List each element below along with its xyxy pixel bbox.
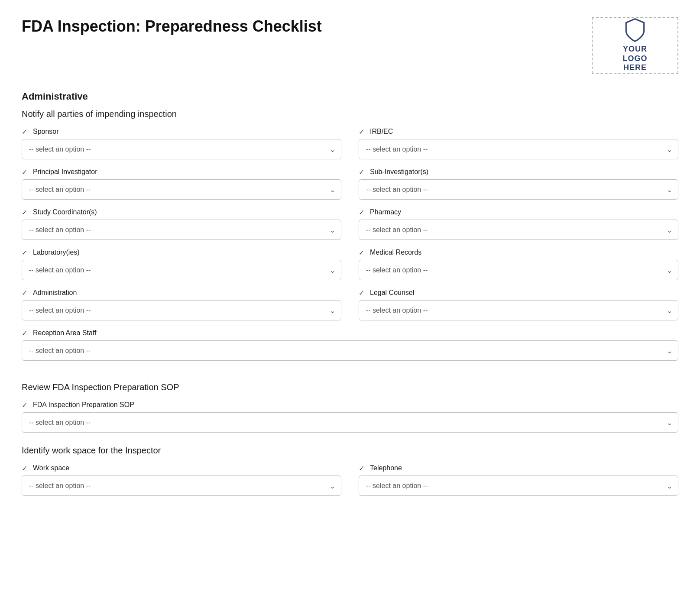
- field-label-principal-investigator: ✓ Principal Investigator: [22, 168, 341, 176]
- label-pharmacy: Pharmacy: [370, 208, 401, 216]
- chevron-down-icon-tel: ✓: [359, 464, 366, 472]
- header: FDA Inspection: Preparedness Checklist Y…: [22, 17, 678, 74]
- field-label-medical-records: ✓ Medical Records: [359, 249, 678, 256]
- notify-fields-grid: ✓ Sponsor -- select an option -- ⌄ ✓ IRB…: [22, 128, 678, 369]
- chevron-down-icon-sc: ✓: [22, 208, 29, 216]
- select-wrapper-work-space: -- select an option -- ⌄: [22, 475, 341, 496]
- select-wrapper-telephone: -- select an option -- ⌄: [359, 475, 678, 496]
- select-wrapper-laboratory: -- select an option -- ⌄: [22, 260, 341, 280]
- label-laboratory: Laboratory(ies): [33, 249, 80, 256]
- shield-icon: [623, 18, 647, 42]
- select-irb-ec[interactable]: -- select an option --: [359, 139, 678, 159]
- chevron-down-icon-ws: ✓: [22, 464, 29, 472]
- subsection-title-notify: Notify all parties of impending inspecti…: [22, 109, 678, 119]
- chevron-down-icon-sop: ✓: [22, 401, 29, 409]
- chevron-down-icon-lab: ✓: [22, 249, 29, 256]
- select-medical-records[interactable]: -- select an option --: [359, 260, 678, 280]
- select-laboratory[interactable]: -- select an option --: [22, 260, 341, 280]
- field-group-telephone: ✓ Telephone -- select an option -- ⌄: [359, 464, 678, 496]
- select-wrapper-reception-area-staff: -- select an option -- ⌄: [22, 340, 678, 361]
- select-study-coordinator[interactable]: -- select an option --: [22, 220, 341, 240]
- field-group-reception-area-staff: ✓ Reception Area Staff -- select an opti…: [22, 329, 678, 361]
- field-group-administration: ✓ Administration -- select an option -- …: [22, 289, 341, 320]
- select-wrapper-principal-investigator: -- select an option -- ⌄: [22, 179, 341, 200]
- field-label-study-coordinator: ✓ Study Coordinator(s): [22, 208, 341, 216]
- select-wrapper-pharmacy: -- select an option -- ⌄: [359, 220, 678, 240]
- chevron-down-icon-pi: ✓: [22, 168, 29, 176]
- select-sponsor[interactable]: -- select an option --: [22, 139, 341, 159]
- select-wrapper-study-coordinator: -- select an option -- ⌄: [22, 220, 341, 240]
- chevron-down-icon-sponsor: ✓: [22, 128, 29, 136]
- field-label-sponsor: ✓ Sponsor: [22, 128, 341, 136]
- label-study-coordinator: Study Coordinator(s): [33, 208, 97, 216]
- field-group-principal-investigator: ✓ Principal Investigator -- select an op…: [22, 168, 341, 200]
- select-wrapper-irb-ec: -- select an option -- ⌄: [359, 139, 678, 159]
- section-title-administrative: Administrative: [22, 91, 678, 102]
- field-label-administration: ✓ Administration: [22, 289, 341, 297]
- select-wrapper-administration: -- select an option -- ⌄: [22, 300, 341, 320]
- field-label-irb-ec: ✓ IRB/EC: [359, 128, 678, 136]
- field-group-fda-sop: ✓ FDA Inspection Preparation SOP -- sele…: [22, 401, 678, 433]
- logo-text: YOURLOGOHERE: [623, 45, 648, 73]
- field-label-pharmacy: ✓ Pharmacy: [359, 208, 678, 216]
- label-work-space: Work space: [33, 464, 69, 472]
- administrative-section: Administrative Notify all parties of imp…: [22, 91, 678, 504]
- field-label-laboratory: ✓ Laboratory(ies): [22, 249, 341, 256]
- field-group-study-coordinator: ✓ Study Coordinator(s) -- select an opti…: [22, 208, 341, 240]
- select-reception-area-staff[interactable]: -- select an option --: [22, 340, 678, 361]
- subsection-title-review-sop: Review FDA Inspection Preparation SOP: [22, 382, 678, 392]
- chevron-down-icon-lc: ✓: [359, 289, 366, 297]
- label-administration: Administration: [33, 289, 77, 297]
- label-principal-investigator: Principal Investigator: [33, 168, 97, 176]
- chevron-down-icon-irb-ec: ✓: [359, 128, 366, 136]
- workspace-fields-grid: ✓ Work space -- select an option -- ⌄ ✓ …: [22, 464, 678, 504]
- subsection-title-identify-workspace: Identify work space for the Inspector: [22, 446, 678, 456]
- subsection-review-sop: Review FDA Inspection Preparation SOP ✓ …: [22, 382, 678, 433]
- field-group-work-space: ✓ Work space -- select an option -- ⌄: [22, 464, 341, 496]
- select-legal-counsel[interactable]: -- select an option --: [359, 300, 678, 320]
- field-label-work-space: ✓ Work space: [22, 464, 341, 472]
- field-label-telephone: ✓ Telephone: [359, 464, 678, 472]
- field-group-sub-investigator: ✓ Sub-Investigator(s) -- select an optio…: [359, 168, 678, 200]
- label-fda-sop: FDA Inspection Preparation SOP: [33, 401, 134, 409]
- field-group-medical-records: ✓ Medical Records -- select an option --…: [359, 249, 678, 280]
- chevron-down-icon-ras: ✓: [22, 329, 29, 337]
- page-title: FDA Inspection: Preparedness Checklist: [22, 17, 322, 36]
- label-sponsor: Sponsor: [33, 128, 59, 136]
- label-legal-counsel: Legal Counsel: [370, 289, 414, 297]
- select-principal-investigator[interactable]: -- select an option --: [22, 179, 341, 200]
- select-telephone[interactable]: -- select an option --: [359, 475, 678, 496]
- label-telephone: Telephone: [370, 464, 402, 472]
- select-wrapper-legal-counsel: -- select an option -- ⌄: [359, 300, 678, 320]
- field-label-fda-sop: ✓ FDA Inspection Preparation SOP: [22, 401, 678, 409]
- field-group-sponsor: ✓ Sponsor -- select an option -- ⌄: [22, 128, 341, 159]
- field-group-irb-ec: ✓ IRB/EC -- select an option -- ⌄: [359, 128, 678, 159]
- chevron-down-icon-mr: ✓: [359, 249, 366, 256]
- label-sub-investigator: Sub-Investigator(s): [370, 168, 428, 176]
- chevron-down-icon-si: ✓: [359, 168, 366, 176]
- label-reception-area-staff: Reception Area Staff: [33, 329, 96, 337]
- select-work-space[interactable]: -- select an option --: [22, 475, 341, 496]
- field-group-pharmacy: ✓ Pharmacy -- select an option -- ⌄: [359, 208, 678, 240]
- subsection-identify-workspace: Identify work space for the Inspector ✓ …: [22, 446, 678, 504]
- field-group-laboratory: ✓ Laboratory(ies) -- select an option --…: [22, 249, 341, 280]
- label-medical-records: Medical Records: [370, 249, 421, 256]
- chevron-down-icon-pharmacy: ✓: [359, 208, 366, 216]
- field-label-sub-investigator: ✓ Sub-Investigator(s): [359, 168, 678, 176]
- label-irb-ec: IRB/EC: [370, 128, 393, 136]
- field-group-legal-counsel: ✓ Legal Counsel -- select an option -- ⌄: [359, 289, 678, 320]
- select-wrapper-sub-investigator: -- select an option -- ⌄: [359, 179, 678, 200]
- logo-placeholder: YOURLOGOHERE: [592, 17, 678, 74]
- select-wrapper-sponsor: -- select an option -- ⌄: [22, 139, 341, 159]
- select-sub-investigator[interactable]: -- select an option --: [359, 179, 678, 200]
- subsection-notify: Notify all parties of impending inspecti…: [22, 109, 678, 369]
- field-label-reception-area-staff: ✓ Reception Area Staff: [22, 329, 678, 337]
- select-wrapper-fda-sop: -- select an option -- ⌄: [22, 412, 678, 433]
- select-wrapper-medical-records: -- select an option -- ⌄: [359, 260, 678, 280]
- select-administration[interactable]: -- select an option --: [22, 300, 341, 320]
- select-fda-sop[interactable]: -- select an option --: [22, 412, 678, 433]
- field-label-legal-counsel: ✓ Legal Counsel: [359, 289, 678, 297]
- chevron-down-icon-admin: ✓: [22, 289, 29, 297]
- select-pharmacy[interactable]: -- select an option --: [359, 220, 678, 240]
